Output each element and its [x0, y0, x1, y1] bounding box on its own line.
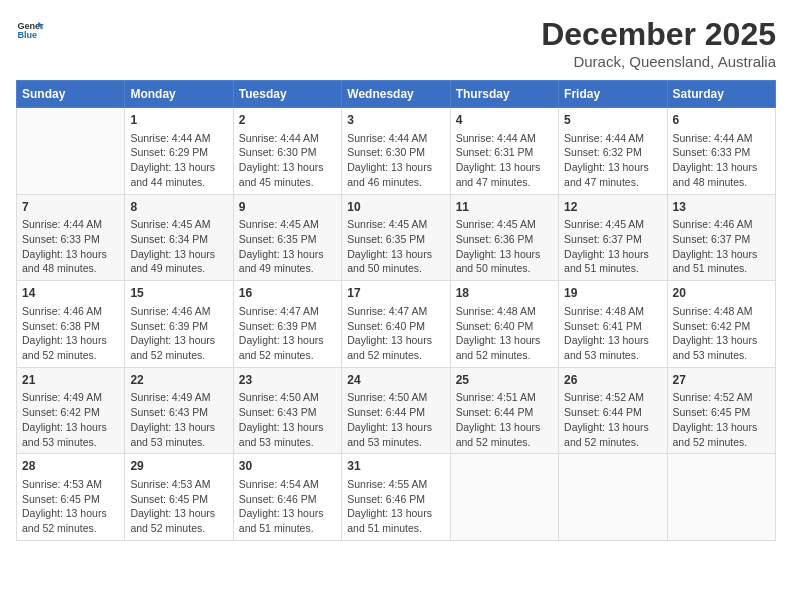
day-number: 4 — [456, 112, 553, 129]
cell-content: Sunrise: 4:46 AMSunset: 6:38 PMDaylight:… — [22, 304, 119, 363]
cell-content: Sunrise: 4:49 AMSunset: 6:43 PMDaylight:… — [130, 390, 227, 449]
cell-content: Sunrise: 4:44 AMSunset: 6:30 PMDaylight:… — [239, 131, 336, 190]
day-number: 29 — [130, 458, 227, 475]
calendar-cell: 6Sunrise: 4:44 AMSunset: 6:33 PMDaylight… — [667, 108, 775, 195]
cell-content: Sunrise: 4:45 AMSunset: 6:37 PMDaylight:… — [564, 217, 661, 276]
month-title: December 2025 — [541, 16, 776, 53]
page-header: General Blue December 2025 Durack, Queen… — [16, 16, 776, 70]
day-number: 27 — [673, 372, 770, 389]
calendar-cell: 11Sunrise: 4:45 AMSunset: 6:36 PMDayligh… — [450, 194, 558, 281]
cell-content: Sunrise: 4:44 AMSunset: 6:33 PMDaylight:… — [22, 217, 119, 276]
calendar-cell: 14Sunrise: 4:46 AMSunset: 6:38 PMDayligh… — [17, 281, 125, 368]
column-header-thursday: Thursday — [450, 81, 558, 108]
day-number: 6 — [673, 112, 770, 129]
day-number: 24 — [347, 372, 444, 389]
day-number: 19 — [564, 285, 661, 302]
calendar-cell: 24Sunrise: 4:50 AMSunset: 6:44 PMDayligh… — [342, 367, 450, 454]
day-number: 22 — [130, 372, 227, 389]
calendar-cell: 29Sunrise: 4:53 AMSunset: 6:45 PMDayligh… — [125, 454, 233, 541]
cell-content: Sunrise: 4:53 AMSunset: 6:45 PMDaylight:… — [22, 477, 119, 536]
cell-content: Sunrise: 4:52 AMSunset: 6:45 PMDaylight:… — [673, 390, 770, 449]
day-number: 2 — [239, 112, 336, 129]
calendar-cell: 17Sunrise: 4:47 AMSunset: 6:40 PMDayligh… — [342, 281, 450, 368]
cell-content: Sunrise: 4:49 AMSunset: 6:42 PMDaylight:… — [22, 390, 119, 449]
day-number: 18 — [456, 285, 553, 302]
calendar-cell: 7Sunrise: 4:44 AMSunset: 6:33 PMDaylight… — [17, 194, 125, 281]
cell-content: Sunrise: 4:52 AMSunset: 6:44 PMDaylight:… — [564, 390, 661, 449]
calendar-cell: 13Sunrise: 4:46 AMSunset: 6:37 PMDayligh… — [667, 194, 775, 281]
calendar-cell: 25Sunrise: 4:51 AMSunset: 6:44 PMDayligh… — [450, 367, 558, 454]
cell-content: Sunrise: 4:50 AMSunset: 6:43 PMDaylight:… — [239, 390, 336, 449]
cell-content: Sunrise: 4:44 AMSunset: 6:33 PMDaylight:… — [673, 131, 770, 190]
calendar-cell: 23Sunrise: 4:50 AMSunset: 6:43 PMDayligh… — [233, 367, 341, 454]
calendar-cell: 15Sunrise: 4:46 AMSunset: 6:39 PMDayligh… — [125, 281, 233, 368]
day-number: 5 — [564, 112, 661, 129]
day-number: 7 — [22, 199, 119, 216]
column-header-wednesday: Wednesday — [342, 81, 450, 108]
calendar-cell: 18Sunrise: 4:48 AMSunset: 6:40 PMDayligh… — [450, 281, 558, 368]
svg-text:Blue: Blue — [17, 30, 37, 40]
day-number: 23 — [239, 372, 336, 389]
cell-content: Sunrise: 4:45 AMSunset: 6:35 PMDaylight:… — [347, 217, 444, 276]
calendar-cell: 22Sunrise: 4:49 AMSunset: 6:43 PMDayligh… — [125, 367, 233, 454]
calendar-week-row: 28Sunrise: 4:53 AMSunset: 6:45 PMDayligh… — [17, 454, 776, 541]
calendar-week-row: 21Sunrise: 4:49 AMSunset: 6:42 PMDayligh… — [17, 367, 776, 454]
calendar-cell: 12Sunrise: 4:45 AMSunset: 6:37 PMDayligh… — [559, 194, 667, 281]
cell-content: Sunrise: 4:45 AMSunset: 6:34 PMDaylight:… — [130, 217, 227, 276]
calendar-cell: 1Sunrise: 4:44 AMSunset: 6:29 PMDaylight… — [125, 108, 233, 195]
calendar-cell: 26Sunrise: 4:52 AMSunset: 6:44 PMDayligh… — [559, 367, 667, 454]
calendar-cell: 16Sunrise: 4:47 AMSunset: 6:39 PMDayligh… — [233, 281, 341, 368]
title-area: December 2025 Durack, Queensland, Austra… — [541, 16, 776, 70]
calendar-cell: 8Sunrise: 4:45 AMSunset: 6:34 PMDaylight… — [125, 194, 233, 281]
cell-content: Sunrise: 4:44 AMSunset: 6:32 PMDaylight:… — [564, 131, 661, 190]
cell-content: Sunrise: 4:48 AMSunset: 6:41 PMDaylight:… — [564, 304, 661, 363]
column-header-monday: Monday — [125, 81, 233, 108]
cell-content: Sunrise: 4:44 AMSunset: 6:30 PMDaylight:… — [347, 131, 444, 190]
cell-content: Sunrise: 4:48 AMSunset: 6:40 PMDaylight:… — [456, 304, 553, 363]
calendar-cell: 9Sunrise: 4:45 AMSunset: 6:35 PMDaylight… — [233, 194, 341, 281]
calendar-table: SundayMondayTuesdayWednesdayThursdayFrid… — [16, 80, 776, 541]
calendar-week-row: 1Sunrise: 4:44 AMSunset: 6:29 PMDaylight… — [17, 108, 776, 195]
calendar-header-row: SundayMondayTuesdayWednesdayThursdayFrid… — [17, 81, 776, 108]
cell-content: Sunrise: 4:54 AMSunset: 6:46 PMDaylight:… — [239, 477, 336, 536]
cell-content: Sunrise: 4:48 AMSunset: 6:42 PMDaylight:… — [673, 304, 770, 363]
column-header-sunday: Sunday — [17, 81, 125, 108]
calendar-cell: 27Sunrise: 4:52 AMSunset: 6:45 PMDayligh… — [667, 367, 775, 454]
location-title: Durack, Queensland, Australia — [541, 53, 776, 70]
calendar-week-row: 14Sunrise: 4:46 AMSunset: 6:38 PMDayligh… — [17, 281, 776, 368]
cell-content: Sunrise: 4:46 AMSunset: 6:39 PMDaylight:… — [130, 304, 227, 363]
day-number: 16 — [239, 285, 336, 302]
day-number: 26 — [564, 372, 661, 389]
cell-content: Sunrise: 4:45 AMSunset: 6:35 PMDaylight:… — [239, 217, 336, 276]
calendar-cell: 30Sunrise: 4:54 AMSunset: 6:46 PMDayligh… — [233, 454, 341, 541]
cell-content: Sunrise: 4:53 AMSunset: 6:45 PMDaylight:… — [130, 477, 227, 536]
cell-content: Sunrise: 4:55 AMSunset: 6:46 PMDaylight:… — [347, 477, 444, 536]
calendar-cell: 21Sunrise: 4:49 AMSunset: 6:42 PMDayligh… — [17, 367, 125, 454]
day-number: 13 — [673, 199, 770, 216]
day-number: 20 — [673, 285, 770, 302]
calendar-cell — [559, 454, 667, 541]
calendar-cell: 10Sunrise: 4:45 AMSunset: 6:35 PMDayligh… — [342, 194, 450, 281]
cell-content: Sunrise: 4:46 AMSunset: 6:37 PMDaylight:… — [673, 217, 770, 276]
calendar-cell: 31Sunrise: 4:55 AMSunset: 6:46 PMDayligh… — [342, 454, 450, 541]
calendar-cell: 2Sunrise: 4:44 AMSunset: 6:30 PMDaylight… — [233, 108, 341, 195]
day-number: 8 — [130, 199, 227, 216]
day-number: 30 — [239, 458, 336, 475]
cell-content: Sunrise: 4:51 AMSunset: 6:44 PMDaylight:… — [456, 390, 553, 449]
cell-content: Sunrise: 4:47 AMSunset: 6:39 PMDaylight:… — [239, 304, 336, 363]
calendar-cell — [667, 454, 775, 541]
column-header-friday: Friday — [559, 81, 667, 108]
cell-content: Sunrise: 4:44 AMSunset: 6:31 PMDaylight:… — [456, 131, 553, 190]
logo-icon: General Blue — [16, 16, 44, 44]
day-number: 14 — [22, 285, 119, 302]
day-number: 12 — [564, 199, 661, 216]
cell-content: Sunrise: 4:45 AMSunset: 6:36 PMDaylight:… — [456, 217, 553, 276]
day-number: 3 — [347, 112, 444, 129]
day-number: 17 — [347, 285, 444, 302]
cell-content: Sunrise: 4:44 AMSunset: 6:29 PMDaylight:… — [130, 131, 227, 190]
column-header-tuesday: Tuesday — [233, 81, 341, 108]
calendar-cell — [450, 454, 558, 541]
calendar-cell: 28Sunrise: 4:53 AMSunset: 6:45 PMDayligh… — [17, 454, 125, 541]
logo: General Blue — [16, 16, 44, 44]
calendar-cell — [17, 108, 125, 195]
